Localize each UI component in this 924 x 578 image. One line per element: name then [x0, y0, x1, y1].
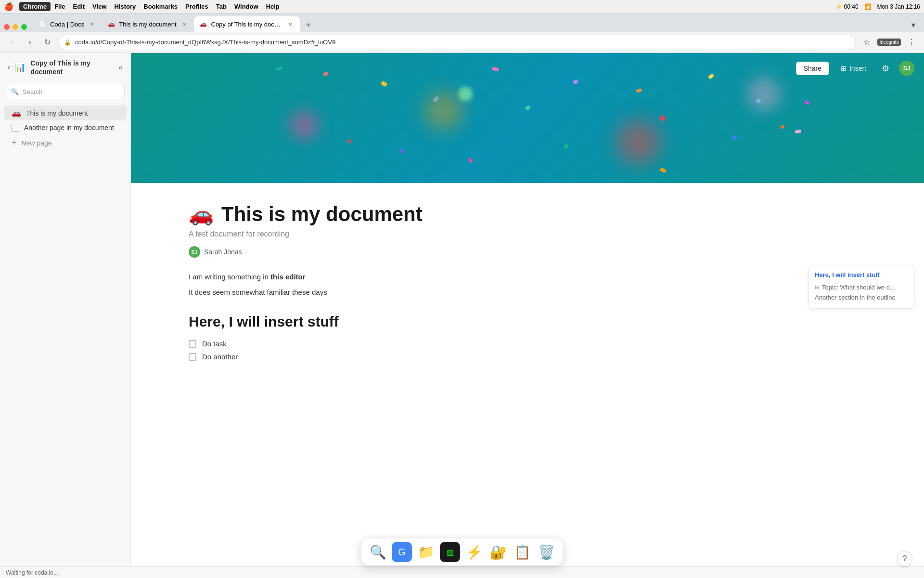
sidebar-search[interactable]: 🔍 Search — [6, 84, 125, 99]
doc-content: 🚗 This is my document A test document fo… — [131, 183, 564, 404]
menu-tab[interactable]: Tab — [212, 2, 231, 11]
menu-edit[interactable]: Edit — [69, 2, 89, 11]
window-maximize-btn[interactable] — [21, 24, 27, 30]
dock-item-files[interactable]: 📁 — [416, 542, 436, 562]
share-button[interactable]: Share — [796, 62, 829, 75]
content-area: Share ⊞ Insert ⚙ SJ — [131, 53, 924, 578]
sidebar-nav: 🚗 This is my document Another page in my… — [0, 103, 130, 153]
body-line1-prefix: I am writing something in — [189, 273, 270, 281]
search-placeholder: Search — [23, 88, 42, 95]
help-button[interactable]: ? — [897, 551, 912, 566]
dock-item-chrome[interactable]: G — [392, 542, 412, 562]
doc-emoji: 🚗 — [189, 202, 214, 226]
tab-close-2[interactable]: ✕ — [180, 20, 188, 28]
menu-bar-time: Mon 3 Jan 12:16 — [877, 3, 920, 10]
sidebar-doc-title: Copy of This is my document — [30, 59, 114, 76]
status-text: Waiting for coda.io... — [6, 569, 58, 576]
outline-item-2[interactable]: Another section in the outline — [815, 292, 908, 302]
doc-author: SJ Sarah Jonas — [189, 246, 506, 258]
outline-item-label-1: Topic: What should we d... — [822, 284, 895, 291]
menu-bookmarks[interactable]: Bookmarks — [140, 2, 181, 11]
menu-history[interactable]: History — [110, 2, 140, 11]
menu-chrome[interactable]: Chrome — [19, 2, 51, 11]
menu-file[interactable]: File — [51, 2, 69, 11]
insert-button[interactable]: ⊞ Insert — [835, 62, 872, 75]
url-bar[interactable]: 🔒 coda.io/d/Copy-of-This-is-my-document_… — [58, 35, 856, 50]
dock: 🔍 G 📁 ▨ ⚡ 🔐 📋 🗑️ — [361, 539, 563, 565]
main-layout: ‹ 📊 Copy of This is my document « 🔍 Sear… — [0, 53, 924, 578]
chrome-window: 📄 Coda | Docs ✕ 🚗 This is my document ✕ … — [0, 13, 924, 578]
sidebar-header: ‹ 📊 Copy of This is my document « — [0, 53, 130, 82]
window-minimize-btn[interactable] — [13, 24, 18, 30]
window-close-btn[interactable] — [4, 24, 10, 30]
battery-icon: ⚡ 00:40 — [835, 3, 858, 10]
author-avatar: SJ — [189, 246, 200, 258]
back-button[interactable]: ‹ — [6, 36, 19, 49]
outline-item-icon-1: ⊞ — [815, 284, 819, 290]
new-page-label: New page — [22, 139, 52, 147]
user-avatar-button[interactable]: SJ — [899, 61, 914, 76]
checkbox-1[interactable] — [189, 340, 196, 348]
checkbox-2[interactable] — [189, 353, 196, 361]
url-text: coda.io/d/Copy-of-This-is-my-document_dQ… — [75, 39, 335, 46]
address-right: ☆ Incognito ⋮ — [860, 36, 918, 49]
section-heading: Here, I will insert stuff — [189, 314, 506, 330]
checkbox-item-1: Do task — [189, 340, 506, 348]
tab-this-is-my-doc[interactable]: 🚗 This is my document ✕ — [102, 16, 193, 32]
dock-item-lock[interactable]: 🔐 — [488, 542, 508, 562]
address-bar: ‹ › ↻ 🔒 coda.io/d/Copy-of-This-is-my-doc… — [0, 32, 924, 53]
sidebar: ‹ 📊 Copy of This is my document « 🔍 Sear… — [0, 53, 131, 578]
page1-icon: 🚗 — [12, 108, 21, 118]
tab-expand-button[interactable]: ▼ — [907, 18, 920, 32]
checkbox-label-1: Do task — [202, 340, 227, 348]
sidebar-add-page[interactable]: + New page — [4, 135, 127, 151]
tab-close-3[interactable]: ✕ — [286, 20, 294, 28]
outline-item-1[interactable]: ⊞ Topic: What should we d... — [815, 282, 908, 292]
settings-button[interactable]: ⚙ — [878, 61, 893, 76]
page2-icon — [12, 124, 19, 131]
sidebar-doc-icon: 📊 — [15, 62, 26, 73]
tab-favicon-1: 📄 — [38, 20, 46, 28]
content-header-bar: Share ⊞ Insert ⚙ SJ — [786, 53, 924, 84]
reload-button[interactable]: ↻ — [40, 36, 54, 49]
sidebar-item-page1[interactable]: 🚗 This is my document — [4, 105, 127, 120]
wifi-icon: 📶 — [864, 3, 872, 10]
dock-item-bolt[interactable]: ⚡ — [464, 542, 484, 562]
body-line1-bold: this editor — [270, 273, 306, 281]
tab-title-3: Copy of This is my document — [211, 21, 282, 28]
tab-copy-doc[interactable]: 🚗 Copy of This is my document ✕ — [194, 16, 300, 32]
profile-button[interactable]: Incognito — [877, 39, 901, 46]
page1-label: This is my document — [26, 109, 119, 117]
new-tab-button[interactable]: + — [302, 18, 315, 32]
extensions-button[interactable]: ⋮ — [905, 36, 918, 49]
menu-bar: 🍎 Chrome File Edit View History Bookmark… — [0, 0, 924, 13]
outline-heading[interactable]: Here, I will insert stuff — [815, 271, 908, 278]
apple-logo-icon[interactable]: 🍎 — [4, 2, 13, 11]
menu-help[interactable]: Help — [262, 2, 283, 11]
insert-icon: ⊞ — [841, 65, 847, 72]
lock-icon: 🔒 — [64, 39, 71, 46]
sidebar-back-button[interactable]: ‹ — [8, 63, 10, 72]
page2-label: Another page in my document — [24, 124, 119, 131]
bookmark-button[interactable]: ☆ — [860, 36, 873, 49]
dock-item-terminal[interactable]: ▨ — [440, 542, 460, 562]
menu-window[interactable]: Window — [231, 2, 262, 11]
doc-title: This is my document — [221, 203, 423, 226]
forward-button[interactable]: › — [23, 36, 37, 49]
doc-body-line1: I am writing something in this editor — [189, 271, 506, 283]
menu-bar-right: ⚡ 00:40 📶 Mon 3 Jan 12:16 — [835, 3, 920, 10]
sidebar-item-page2[interactable]: Another page in my document — [4, 121, 127, 134]
tab-coda-docs[interactable]: 📄 Coda | Docs ✕ — [33, 16, 102, 32]
dock-item-notes[interactable]: 📋 — [512, 542, 532, 562]
tab-favicon-2: 🚗 — [107, 20, 115, 28]
menu-profiles[interactable]: Profiles — [181, 2, 212, 11]
outline-panel: Here, I will insert stuff ⊞ Topic: What … — [808, 265, 914, 309]
tab-close-1[interactable]: ✕ — [88, 20, 96, 28]
dock-item-finder[interactable]: 🔍 — [368, 542, 388, 562]
sidebar-collapse-button[interactable]: « — [118, 63, 123, 72]
menu-view[interactable]: View — [89, 2, 110, 11]
dock-item-trash[interactable]: 🗑️ — [536, 542, 556, 562]
doc-subtitle: A test document for recording — [189, 230, 506, 238]
tab-title-2: This is my document — [119, 21, 176, 28]
status-bar: Waiting for coda.io... — [0, 566, 924, 578]
